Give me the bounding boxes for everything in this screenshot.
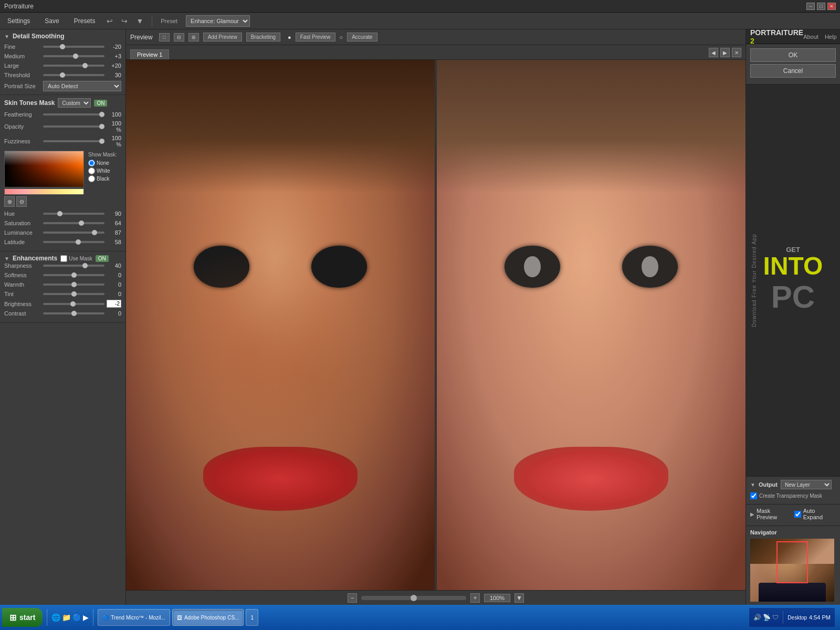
taskbar-trend-micro[interactable]: 🔵 Trend Micro™ - Mozil... bbox=[98, 609, 170, 626]
mask-section: ▶ Mask Preview Auto Expand bbox=[746, 504, 840, 526]
fine-slider[interactable] bbox=[43, 46, 104, 48]
taskbar-item-1[interactable]: 1 bbox=[246, 609, 258, 626]
taskbar-separator-2 bbox=[93, 609, 93, 626]
cancel-button[interactable]: Cancel bbox=[750, 64, 836, 78]
fuzziness-slider[interactable] bbox=[43, 140, 104, 142]
softness-slider[interactable] bbox=[43, 274, 104, 276]
portrait-size-select[interactable]: Auto Detect Small Medium Large bbox=[43, 81, 121, 91]
use-mask-checkbox[interactable] bbox=[60, 255, 67, 262]
restore-button[interactable]: □ bbox=[817, 3, 825, 10]
redo-icon[interactable]: ↪ bbox=[121, 17, 128, 25]
enh-on-badge[interactable]: ON bbox=[96, 255, 109, 262]
ie-icon[interactable]: 🌐 bbox=[51, 613, 60, 622]
brightness-slider[interactable] bbox=[43, 303, 104, 305]
taskbar-photoshop[interactable]: 🖼 Adobe Photoshop CS... bbox=[172, 609, 244, 626]
skin-on-badge[interactable]: ON bbox=[94, 100, 107, 107]
accurate-button[interactable]: Accurate bbox=[347, 33, 377, 41]
large-slider[interactable] bbox=[43, 65, 104, 67]
section-toggle-icon[interactable]: ▼ bbox=[4, 34, 9, 39]
enh-toggle-icon[interactable]: ▼ bbox=[4, 256, 9, 261]
feathering-slider[interactable] bbox=[43, 113, 104, 116]
tint-slider[interactable] bbox=[43, 293, 104, 295]
contrast-row: Contrast 0 bbox=[4, 310, 121, 317]
about-link[interactable]: About bbox=[803, 34, 818, 40]
fast-preview-button[interactable]: Fast Preview bbox=[296, 33, 335, 41]
eyedropper-add-tool[interactable]: ⊕ bbox=[4, 196, 15, 207]
nav-highlight-box[interactable] bbox=[776, 541, 808, 583]
brightness-input[interactable] bbox=[107, 300, 121, 308]
view-single-button[interactable]: □ bbox=[159, 33, 170, 41]
media-icon[interactable]: ▶ bbox=[83, 613, 89, 622]
explorer-icon[interactable]: 📁 bbox=[62, 613, 71, 622]
skin-tones-header: Skin Tones Mask Custom Auto ON bbox=[4, 98, 121, 108]
accurate-dot: ○ bbox=[340, 34, 343, 40]
luminance-value: 87 bbox=[107, 229, 121, 236]
detail-smoothing-section: ▼ Detail Smoothing Fine -20 Medium +3 La… bbox=[0, 29, 125, 95]
opacity-slider[interactable] bbox=[43, 125, 104, 128]
prev-preview-button[interactable]: ◀ bbox=[709, 48, 718, 57]
mask-black-radio[interactable] bbox=[88, 175, 95, 182]
close-button[interactable]: ✕ bbox=[827, 3, 836, 10]
color-picker-tools: ⊕ ⊖ bbox=[4, 196, 84, 207]
preset-select[interactable]: Enhance: Glamour Enhance: Natural Enhanc… bbox=[186, 15, 250, 27]
preview-tab-1[interactable]: Preview 1 bbox=[130, 49, 169, 59]
saturation-slider[interactable] bbox=[43, 222, 104, 224]
left-panel: ▼ Detail Smoothing Fine -20 Medium +3 La… bbox=[0, 29, 126, 605]
color-strip[interactable] bbox=[4, 188, 84, 195]
contrast-value: 0 bbox=[107, 310, 121, 317]
latitude-slider[interactable] bbox=[43, 241, 104, 243]
create-mask-checkbox[interactable] bbox=[750, 492, 757, 499]
next-preview-button[interactable]: ▶ bbox=[720, 48, 730, 57]
output-toggle-icon[interactable]: ▼ bbox=[750, 482, 755, 488]
warmth-slider[interactable] bbox=[43, 284, 104, 286]
minimize-button[interactable]: − bbox=[806, 3, 815, 10]
mask-white-radio[interactable] bbox=[88, 167, 95, 174]
threshold-label: Threshold bbox=[4, 72, 41, 78]
preview-toolbar: Preview □ ⊟ ⊞ Add Preview Bracketing ● F… bbox=[126, 29, 746, 45]
menu-arrow-icon[interactable]: ▼ bbox=[136, 17, 143, 25]
contrast-slider[interactable] bbox=[43, 312, 104, 314]
fuzziness-row: Fuzziness 100 % bbox=[4, 135, 121, 148]
threshold-slider[interactable] bbox=[43, 74, 104, 76]
undo-icon[interactable]: ↩ bbox=[107, 17, 113, 25]
color-gradient[interactable] bbox=[4, 151, 84, 187]
skin-tones-section: Skin Tones Mask Custom Auto ON Featherin… bbox=[0, 95, 125, 251]
close-preview-button[interactable]: ✕ bbox=[732, 48, 741, 57]
fuzziness-slider-container bbox=[43, 138, 104, 145]
zoom-plus-button[interactable]: + bbox=[470, 593, 480, 603]
photoshop-icon: 🖼 bbox=[177, 615, 182, 621]
zoom-minus-button[interactable]: − bbox=[348, 593, 357, 603]
zoom-slider-thumb[interactable] bbox=[411, 595, 417, 601]
browser-icon[interactable]: 🔵 bbox=[72, 613, 81, 622]
saturation-label: Saturation bbox=[4, 220, 41, 226]
ok-button[interactable]: OK bbox=[750, 48, 836, 62]
skin-mode-select[interactable]: Custom Auto bbox=[58, 98, 91, 108]
processed-image-pane bbox=[437, 60, 746, 590]
add-preview-button[interactable]: Add Preview bbox=[203, 33, 242, 41]
mask-none-radio[interactable] bbox=[88, 160, 95, 166]
bracketing-button[interactable]: Bracketing bbox=[246, 33, 280, 41]
sharpness-slider[interactable] bbox=[43, 265, 104, 267]
softness-value: 0 bbox=[107, 272, 121, 278]
menu-presets[interactable]: Presets bbox=[71, 15, 99, 27]
medium-slider[interactable] bbox=[43, 55, 104, 57]
auto-expand-checkbox[interactable] bbox=[794, 511, 801, 518]
taskbar: ⊞ start 🌐 📁 🔵 ▶ 🔵 Trend Micro™ - Mozil..… bbox=[0, 605, 840, 630]
mask-toggle-icon[interactable]: ▶ bbox=[750, 511, 754, 517]
hue-slider[interactable] bbox=[43, 213, 104, 215]
eyedropper-remove-tool[interactable]: ⊖ bbox=[16, 196, 27, 207]
view-split-button[interactable]: ⊟ bbox=[174, 33, 184, 41]
large-label: Large bbox=[4, 62, 41, 69]
create-mask-label: Create Transparency Mask bbox=[759, 493, 822, 499]
view-grid-button[interactable]: ⊞ bbox=[188, 33, 199, 41]
luminance-slider[interactable] bbox=[43, 232, 104, 234]
menu-settings[interactable]: Settings bbox=[4, 15, 33, 27]
help-link[interactable]: Help bbox=[825, 34, 837, 40]
detail-smoothing-header: ▼ Detail Smoothing bbox=[4, 33, 121, 40]
navigator-section: Navigator bbox=[746, 526, 840, 605]
start-button[interactable]: ⊞ start bbox=[2, 608, 43, 627]
show-mask-label: Show Mask: bbox=[88, 152, 117, 158]
menu-save[interactable]: Save bbox=[41, 15, 62, 27]
zoom-dropdown-button[interactable]: ▼ bbox=[514, 593, 524, 603]
output-type-select[interactable]: New Layer Current Layer New Document bbox=[781, 480, 832, 489]
